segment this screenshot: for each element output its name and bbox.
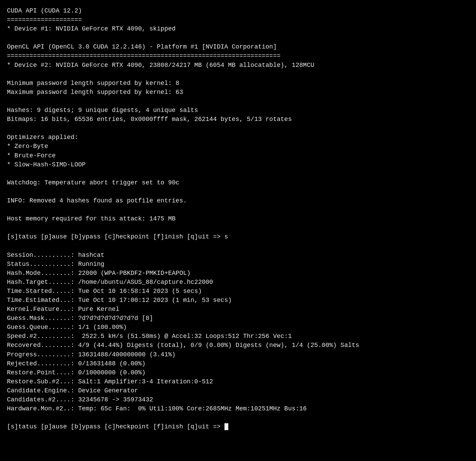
terminal-cursor (224, 423, 228, 430)
terminal-output: CUDA API (CUDA 12.2) ===================… (7, 6, 469, 431)
